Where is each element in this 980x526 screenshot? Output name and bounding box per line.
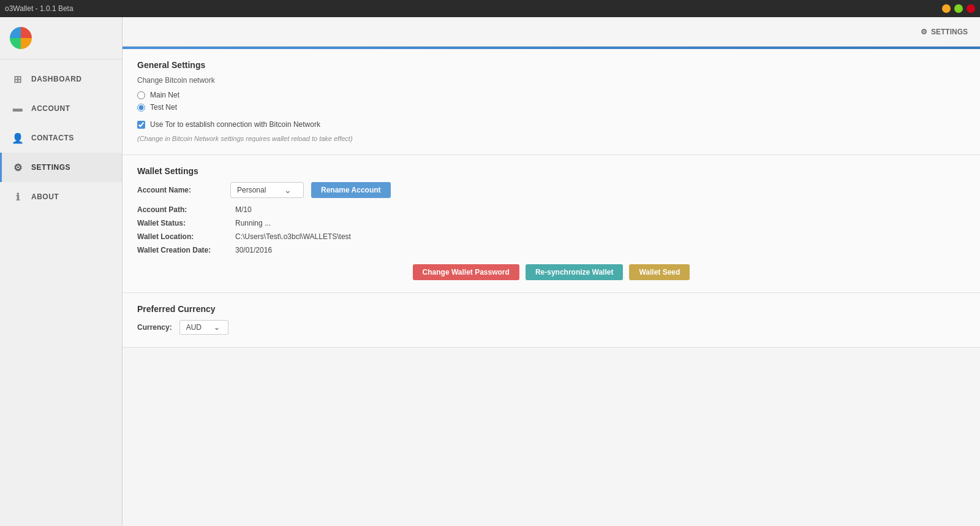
topbar-settings[interactable]: ⚙ SETTINGS <box>921 28 968 36</box>
app-shell: ⊞ DASHBOARD ▬ ACCOUNT 👤 CONTACTS ⚙ SETTI… <box>0 17 980 526</box>
wallet-info-rows: Account Path: M/10 Wallet Status: Runnin… <box>137 205 965 254</box>
mainnet-label: Main Net <box>150 91 179 99</box>
mainnet-option[interactable]: Main Net <box>137 91 965 99</box>
account-name-value: Personal <box>237 186 266 194</box>
resync-wallet-button[interactable]: Re-synchronize Wallet <box>526 264 624 280</box>
general-settings-title: General Settings <box>137 60 965 70</box>
sidebar-nav: ⊞ DASHBOARD ▬ ACCOUNT 👤 CONTACTS ⚙ SETTI… <box>0 59 122 212</box>
testnet-label: Test Net <box>150 103 177 112</box>
change-network-subtitle: Change Bitcoin network <box>137 76 965 85</box>
rename-account-button[interactable]: Rename Account <box>311 182 391 198</box>
settings-icon: ⚙ <box>12 161 24 173</box>
wallet-location-label: Wallet Location: <box>137 232 235 241</box>
testnet-option[interactable]: Test Net <box>137 103 965 112</box>
app-title: o3Wallet - 1.0.1 Beta <box>5 4 74 13</box>
sidebar-item-settings[interactable]: ⚙ SETTINGS <box>0 153 122 182</box>
wallet-settings-title: Wallet Settings <box>137 166 965 176</box>
wallet-location-value: C:\Users\Test\.o3bcl\WALLETS\test <box>235 232 351 241</box>
currency-dropdown[interactable]: AUD ⌄ <box>179 320 228 335</box>
topbar: ⚙ SETTINGS <box>123 17 980 47</box>
preferred-currency-section: Preferred Currency Currency: AUD ⌄ <box>123 293 980 348</box>
account-path-value: M/10 <box>235 205 252 214</box>
account-name-dropdown[interactable]: Personal ⌄ <box>230 182 304 198</box>
content-area: General Settings Change Bitcoin network … <box>123 49 980 348</box>
sidebar-logo <box>0 17 122 59</box>
topbar-settings-label: SETTINGS <box>931 28 968 36</box>
sidebar-item-account[interactable]: ▬ ACCOUNT <box>0 94 122 123</box>
account-path-label: Account Path: <box>137 205 235 214</box>
wallet-status-value: Running ... <box>235 219 271 227</box>
account-name-label: Account Name: <box>137 186 223 194</box>
sidebar-item-contacts[interactable]: 👤 CONTACTS <box>0 123 122 153</box>
currency-label: Currency: <box>137 323 172 332</box>
chevron-down-icon: ⌄ <box>284 185 292 195</box>
tor-label: Use Tor to establish connection with Bit… <box>150 120 320 129</box>
general-settings-section: General Settings Change Bitcoin network … <box>123 49 980 155</box>
titlebar: o3Wallet - 1.0.1 Beta <box>0 0 980 17</box>
currency-value: AUD <box>186 323 202 332</box>
about-icon: ℹ <box>12 191 24 203</box>
mainnet-radio[interactable] <box>137 91 145 99</box>
account-path-row: Account Path: M/10 <box>137 205 965 214</box>
app-logo <box>10 27 32 49</box>
close-button[interactable] <box>967 4 975 13</box>
sidebar-label-dashboard: DASHBOARD <box>31 75 82 83</box>
wallet-creation-row: Wallet Creation Date: 30/01/2016 <box>137 246 965 254</box>
currency-chevron-icon: ⌄ <box>214 323 220 332</box>
testnet-radio[interactable] <box>137 104 145 112</box>
dashboard-icon: ⊞ <box>12 73 24 85</box>
wallet-seed-button[interactable]: Wallet Seed <box>629 264 690 280</box>
network-radio-group: Main Net Test Net <box>137 91 965 112</box>
minimize-button[interactable] <box>942 4 951 13</box>
currency-row: Currency: AUD ⌄ <box>137 320 965 335</box>
topbar-settings-icon: ⚙ <box>921 28 927 36</box>
wallet-status-row: Wallet Status: Running ... <box>137 219 965 227</box>
sidebar-label-settings: SETTINGS <box>31 163 70 172</box>
sidebar-label-about: ABOUT <box>31 192 59 201</box>
contacts-icon: 👤 <box>12 132 24 144</box>
preferred-currency-title: Preferred Currency <box>137 304 965 314</box>
sidebar-label-contacts: CONTACTS <box>31 134 74 142</box>
sidebar-item-dashboard[interactable]: ⊞ DASHBOARD <box>0 64 122 94</box>
sidebar-item-about[interactable]: ℹ ABOUT <box>0 182 122 212</box>
tor-option[interactable]: Use Tor to establish connection with Bit… <box>137 120 965 129</box>
sidebar-label-account: ACCOUNT <box>31 104 70 113</box>
wallet-settings-section: Wallet Settings Account Name: Personal ⌄… <box>123 155 980 293</box>
wallet-creation-value: 30/01/2016 <box>235 246 272 254</box>
wallet-action-buttons: Change Wallet Password Re-synchronize Wa… <box>137 264 965 280</box>
wallet-status-label: Wallet Status: <box>137 219 235 227</box>
sidebar: ⊞ DASHBOARD ▬ ACCOUNT 👤 CONTACTS ⚙ SETTI… <box>0 17 123 526</box>
wallet-location-row: Wallet Location: C:\Users\Test\.o3bcl\WA… <box>137 232 965 241</box>
maximize-button[interactable] <box>954 4 963 13</box>
account-name-row: Account Name: Personal ⌄ Rename Account <box>137 182 965 198</box>
window-controls <box>942 4 975 13</box>
wallet-creation-label: Wallet Creation Date: <box>137 246 235 254</box>
network-note: (Change in Bitcoin Network settings requ… <box>137 135 965 142</box>
tor-checkbox[interactable] <box>137 121 145 129</box>
change-password-button[interactable]: Change Wallet Password <box>413 264 519 280</box>
main-content: ⚙ SETTINGS General Settings Change Bitco… <box>123 17 980 526</box>
account-icon: ▬ <box>12 102 24 115</box>
